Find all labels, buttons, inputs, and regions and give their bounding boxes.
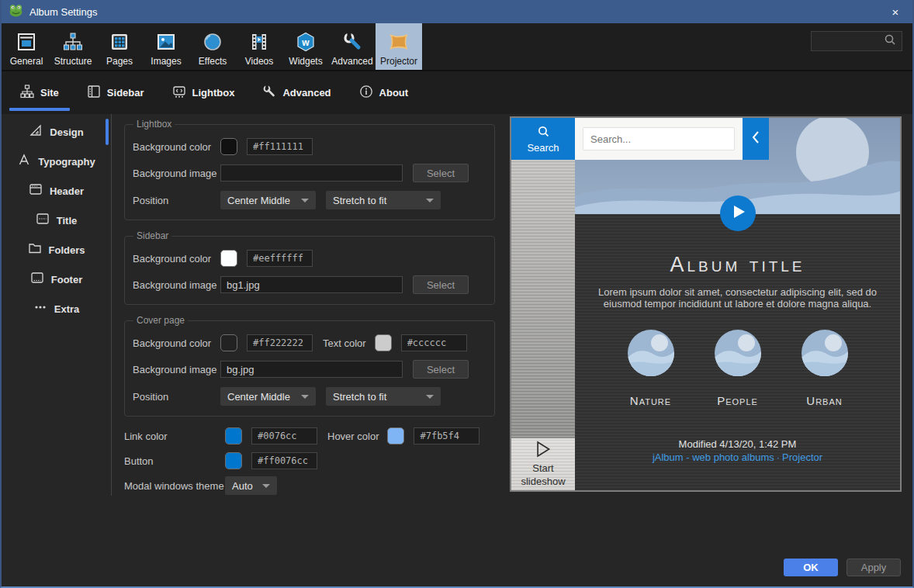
cover-bgcolor-swatch[interactable] [220, 334, 237, 351]
toolbar-item-widgets[interactable]: w Widgets [282, 23, 329, 70]
nav-item-extra[interactable]: Extra [2, 294, 111, 323]
footer-links: jAlbum - web photo albums·Projector [575, 451, 900, 463]
settings-panel: Lightbox Background color Background ima… [124, 119, 495, 495]
wrench-icon [262, 85, 276, 102]
toolbar-item-projector[interactable]: Projector [376, 23, 422, 70]
title-icon [36, 212, 50, 229]
hover-color-swatch[interactable] [387, 427, 404, 444]
link-color-hex-input[interactable] [251, 427, 317, 444]
sidebar-bgcolor-swatch[interactable] [220, 250, 237, 267]
folder-thumb-urban[interactable]: Urban [801, 330, 848, 407]
toolbar-item-advanced[interactable]: Advanced [329, 23, 376, 70]
toolbar-item-structure[interactable]: Structure [50, 23, 96, 70]
close-button[interactable]: × [878, 0, 912, 23]
dialog-body: Design Typography Header Title Folders F… [2, 114, 912, 588]
cover-bgcolor-hex-input[interactable] [247, 334, 313, 351]
tab-advanced[interactable]: Advanced [251, 71, 341, 114]
folder-thumb-people[interactable]: People [715, 330, 761, 407]
field-label: Position [133, 391, 220, 403]
search-icon [537, 125, 550, 140]
lightbox-position-dropdown[interactable]: Center Middle [220, 191, 316, 209]
chevron-down-icon [426, 199, 434, 202]
ellipsis-icon [33, 300, 47, 317]
toolbar-item-images[interactable]: Images [143, 23, 189, 70]
cover-textcolor-hex-input[interactable] [401, 334, 467, 351]
toolbar-item-effects[interactable]: Effects [189, 23, 236, 70]
preview-start-slideshow-button[interactable]: Start slideshow [511, 438, 575, 490]
cover-fit-dropdown[interactable]: Stretch to fit [326, 387, 441, 406]
tab-site[interactable]: Site [9, 71, 70, 114]
lightbox-bgimage-select-button[interactable]: Select [413, 164, 469, 182]
button-color-hex-input[interactable] [251, 452, 317, 469]
lightbox-fit-dropdown[interactable]: Stretch to fit [326, 191, 441, 209]
cover-position-row: Position Center Middle Stretch to fit [133, 387, 486, 406]
header-icon [29, 182, 43, 199]
sidebar-bgimage-row: Background image Select [133, 275, 486, 294]
tab-lightbox[interactable]: Lightbox [161, 71, 246, 114]
sidebar-bgimage-input[interactable] [220, 276, 403, 293]
nav-item-folders[interactable]: Folders [2, 235, 111, 265]
cover-position-dropdown[interactable]: Center Middle [220, 387, 316, 406]
folder-thumb-nature[interactable]: Nature [628, 330, 674, 407]
tab-sidebar[interactable]: Sidebar [76, 71, 155, 114]
link-separator: · [774, 451, 782, 463]
window-title: Album Settings [29, 6, 97, 18]
jalbum-link[interactable]: jAlbum - web photo albums [653, 451, 774, 463]
toolbar-item-videos[interactable]: Videos [236, 23, 282, 70]
cover-textcolor-swatch[interactable] [375, 334, 392, 351]
preview-topbar [575, 118, 769, 160]
link-color-swatch[interactable] [225, 427, 242, 444]
dialog-actions: OK Apply [784, 559, 901, 576]
site-tabstrip: Site Sidebar Lightbox Advanced About [2, 71, 912, 114]
structure-icon [63, 30, 83, 54]
site-colors-section: Link color Hover color Button Modal wind… [124, 427, 495, 495]
preview-collapse-button[interactable] [743, 118, 769, 160]
field-label: Background color [133, 253, 220, 265]
cover-bgimage-select-button[interactable]: Select [413, 360, 469, 379]
chevron-down-icon [301, 199, 309, 202]
field-label: Background color [133, 141, 220, 153]
lightbox-bgcolor-hex-input[interactable] [247, 138, 313, 155]
effects-icon [203, 30, 223, 54]
sidebar-bgimage-select-button[interactable]: Select [413, 275, 469, 294]
lightbox-position-row: Position Center Middle Stretch to fit [133, 191, 486, 209]
chevron-down-icon [301, 395, 309, 399]
apply-button[interactable]: Apply [846, 559, 901, 576]
cover-bgimage-input[interactable] [220, 361, 403, 378]
toolbar-item-pages[interactable]: Pages [96, 23, 143, 70]
sidebar-panel-icon [87, 85, 101, 102]
lightbox-bgcolor-swatch[interactable] [220, 138, 237, 155]
widgets-icon: w [296, 30, 316, 54]
preview-search-button[interactable]: Search [511, 118, 575, 160]
nav-item-title[interactable]: Title [2, 206, 111, 235]
toolbar-item-general[interactable]: General [3, 23, 50, 70]
play-outline-icon [535, 441, 552, 461]
projector-link[interactable]: Projector [782, 451, 822, 463]
nav-item-footer[interactable]: Footer [2, 265, 111, 294]
ok-button[interactable]: OK [784, 559, 838, 576]
nav-item-header[interactable]: Header [2, 176, 111, 206]
wrench-icon [342, 30, 362, 54]
preview-search-input[interactable] [583, 127, 735, 150]
album-description: Lorem ipsum dolor sit amet, consectetur … [597, 286, 878, 310]
search-icon [884, 33, 896, 49]
sidebar-group: Sidebar Background color Background imag… [124, 230, 495, 305]
modal-theme-dropdown[interactable]: Auto [225, 476, 277, 495]
button-color-swatch[interactable] [225, 452, 242, 469]
toolbar-search-input[interactable] [811, 31, 902, 51]
field-label: Link color [124, 431, 225, 442]
lightbox-bgimage-row: Background image Select [133, 164, 486, 182]
lightbox-bgimage-input[interactable] [220, 164, 403, 182]
nav-item-typography[interactable]: Typography [2, 147, 111, 176]
field-label: Background image [133, 364, 220, 375]
album-title: Album title [575, 214, 900, 277]
folder-thumbnail-image [628, 330, 674, 376]
folder-thumbnail-image [801, 330, 848, 376]
tab-about[interactable]: About [348, 71, 420, 114]
preview-searchbar [575, 118, 743, 160]
hover-color-hex-input[interactable] [414, 427, 480, 444]
sidebar-bgcolor-hex-input[interactable] [247, 250, 313, 267]
button-color-row: Button [124, 451, 495, 470]
nav-item-design[interactable]: Design [2, 117, 111, 147]
set-square-icon [29, 123, 43, 140]
